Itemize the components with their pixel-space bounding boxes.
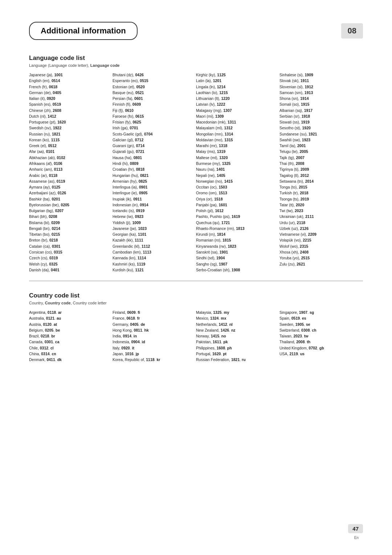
language-entry: Rhaeto-Romance (rm), 1813	[196, 226, 276, 231]
language-entry: Gujarati (gu), 0721	[113, 149, 192, 154]
language-entry: Persian (fa), 0601	[113, 96, 192, 101]
language-entry: Malay (ms), 1319	[196, 149, 276, 154]
language-entry: Interlingue (ie), 0905	[113, 190, 192, 196]
language-entry: Zulu (zu), 2621	[279, 261, 359, 267]
language-entry: Chinese (zh), 2608	[29, 108, 109, 113]
language-column-1: Bhutani (dz), 0426Esperanto (eo), 0515Es…	[113, 72, 196, 273]
country-entry: Austria, 0120. at	[29, 321, 109, 327]
language-entry: Croatian (hr), 0818	[113, 166, 192, 172]
country-entry: Portugal, 1620. pt	[196, 351, 276, 357]
language-entry: Hebrew (iw), 0923	[113, 214, 192, 219]
country-entry: France, 0618. fr	[113, 315, 192, 321]
language-entry: Indonesian (in), 0914	[113, 202, 192, 208]
country-entry: Malaysia, 1325. my	[196, 309, 276, 315]
country-entry: Sweden, 1905. se	[279, 321, 359, 327]
language-entry: Abkhazian (ab), 0102	[29, 155, 109, 161]
language-entry: Czech (cs), 0319	[29, 255, 109, 261]
language-entry: Tamil (ta), 2001	[279, 143, 359, 149]
language-entry: Korean (ko), 1115	[29, 137, 109, 143]
language-entry: Samoan (sm), 1913	[279, 90, 359, 96]
country-subtitle-normal: Country,	[29, 301, 45, 305]
language-entry: Japanese (ja), 1001	[29, 72, 109, 78]
country-column-0: Argentina, 0118. arAustralia, 0121. auAu…	[29, 309, 113, 362]
language-entry: French (fr), 0618	[29, 84, 109, 90]
country-entry: United Kingdom, 0702. gb	[279, 345, 359, 351]
subtitle-normal: Language (Language code letter),	[29, 63, 90, 68]
language-entry: Frisian (fy), 0625	[113, 119, 192, 125]
language-entry: Sindhi (sd), 1904	[196, 255, 276, 261]
country-entry: Denmark, 0411. dk	[29, 357, 109, 362]
language-entry: Nauru (na), 1401	[196, 166, 276, 172]
language-entry: Icelandic (is), 0919	[113, 208, 192, 214]
language-entry: Tagalog (tl), 2012	[279, 173, 359, 178]
language-entry: Mongolian (mn), 1314	[196, 131, 276, 137]
language-section: Language code list Language (Language co…	[29, 54, 363, 273]
language-columns: Japanese (ja), 1001English (en), 0514Fre…	[29, 72, 363, 273]
language-entry: Tibetan (bo), 0215	[29, 231, 109, 237]
language-entry: Slovenian (sl), 1912	[279, 84, 359, 90]
language-entry: Inupiak (ik), 0911	[113, 196, 192, 202]
language-entry: Dutch (nl), 1412	[29, 113, 109, 119]
language-entry: Oromo (om), 1513	[196, 190, 276, 196]
country-entry: Argentina, 0118. ar	[29, 309, 109, 315]
language-entry: Corsican (co), 0315	[29, 249, 109, 255]
language-entry: Marathi (mr), 1318	[196, 143, 276, 149]
chapter-number: 08	[341, 23, 363, 39]
language-entry: Quechua (qu), 1721	[196, 220, 276, 226]
language-entry: Kannada (kn), 1114	[113, 255, 192, 261]
language-entry: Tsonga (ts), 2019	[279, 196, 359, 202]
header-title-box: Additional information	[29, 22, 138, 40]
country-entry: Brazil, 0218. br	[29, 333, 109, 339]
country-entry: Chile, 0312. cl	[29, 345, 109, 351]
language-entry: Serbian (sr), 1918	[279, 113, 359, 119]
country-entry: Pakistan, 1611. pk	[196, 339, 276, 345]
language-entry: Kurdish (ku), 1121	[113, 267, 192, 273]
language-entry: Urdu (ur), 2118	[279, 220, 359, 226]
country-entry: Taiwan, 2023. tw	[279, 333, 359, 339]
language-entry: Yiddish (ji), 1009	[113, 220, 192, 226]
language-entry: Interlingua (ia), 0901	[113, 184, 192, 190]
language-entry: Scots-Gaelic (gd), 0704	[113, 131, 192, 137]
language-entry: Ukrainian (uk), 2111	[279, 214, 359, 219]
country-entry: Belgium, 0205. be	[29, 327, 109, 333]
country-entry: Mexico, 1324. mx	[196, 315, 276, 321]
country-columns: Argentina, 0118. arAustralia, 0121. auAu…	[29, 309, 363, 362]
country-entry: Norway, 1415. no	[196, 333, 276, 339]
country-column-1: Finland, 0609. fiFrance, 0618. frGermany…	[113, 309, 196, 362]
section-divider	[29, 281, 363, 281]
language-entry: Finnish (fi), 0609	[113, 101, 192, 107]
language-entry: Malagasy (mg), 1307	[196, 108, 276, 113]
language-entry: Macedonian (mk), 1311	[196, 119, 276, 125]
language-entry: Georgian (ka), 1101	[113, 231, 192, 237]
country-entry: Hong Kong, 0811. hk	[113, 327, 192, 333]
language-entry: Faroese (fo), 0615	[113, 113, 192, 119]
language-entry: Oriya (or), 1518	[196, 196, 276, 202]
language-column-0: Japanese (ja), 1001English (en), 0514Fre…	[29, 72, 113, 273]
language-entry: Sanskrit (sa), 1901	[196, 249, 276, 255]
language-entry: Latin (la), 1201	[196, 78, 276, 84]
language-entry: Greek (el), 0512	[29, 143, 109, 149]
country-entry: Italy, 0920. it	[113, 345, 192, 351]
country-column-2: Malaysia, 1325. myMexico, 1324. mxNether…	[196, 309, 279, 362]
language-column-3: Sinhalese (si), 1909Slovak (sk), 1911Slo…	[279, 72, 363, 273]
language-entry: Catalan (ca), 0301	[29, 243, 109, 249]
language-section-title: Language code list	[29, 54, 363, 62]
language-entry: Irish (ga), 0701	[113, 125, 192, 131]
language-entry: Maori (mi), 1309	[196, 113, 276, 119]
language-entry: Uzbek (uz), 2126	[279, 226, 359, 231]
language-entry: Welsh (cy), 0325	[29, 261, 109, 267]
language-entry: Lingala (ln), 1214	[196, 84, 276, 90]
language-entry: Polish (pl), 1612	[196, 208, 276, 214]
language-section-subtitle: Language (Language code letter), Languag…	[29, 63, 363, 68]
language-entry: Kirghiz (ky), 1125	[196, 72, 276, 78]
language-entry: Occitan (oc), 1503	[196, 184, 276, 190]
language-entry: Volapük (vo), 2215	[279, 237, 359, 243]
country-entry: Switzerland, 0308. ch	[279, 327, 359, 333]
language-entry: Kinyarwanda (rw), 1823	[196, 243, 276, 249]
language-entry: Assamese (as), 0119	[29, 178, 109, 184]
country-subtitle-bold: Country code	[45, 301, 71, 305]
language-entry: German (de), 0405	[29, 90, 109, 96]
language-entry: Basque (eu), 0521	[113, 90, 192, 96]
country-entry: Philippines, 1608. ph	[196, 345, 276, 351]
language-entry: Russian (ru), 1821	[29, 131, 109, 137]
